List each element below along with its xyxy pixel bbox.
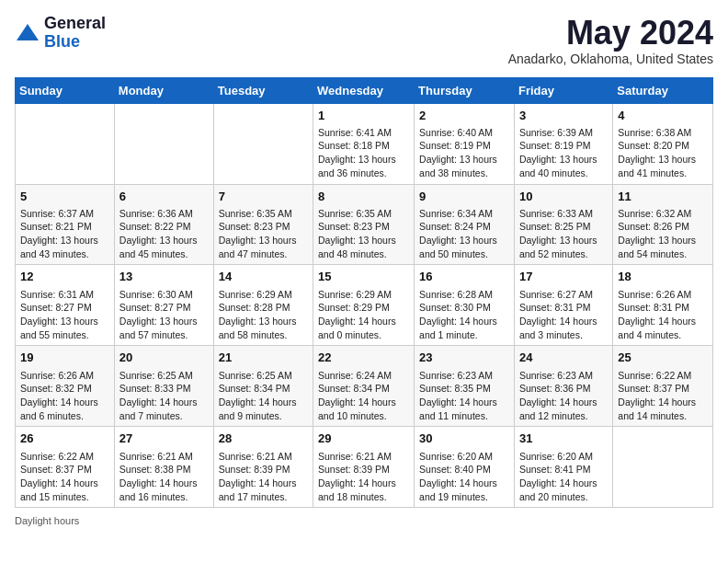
calendar-day-header: Thursday xyxy=(415,77,515,103)
day-detail: Sunrise: 6:31 AM Sunset: 8:27 PM Dayligh… xyxy=(20,289,98,340)
month-title: May 2024 xyxy=(508,15,713,52)
day-number: 3 xyxy=(519,108,608,124)
calendar-cell: 27Sunrise: 6:21 AM Sunset: 8:38 PM Dayli… xyxy=(114,427,213,508)
day-number: 18 xyxy=(618,269,708,285)
calendar-body: 1Sunrise: 6:41 AM Sunset: 8:18 PM Daylig… xyxy=(16,103,713,508)
day-detail: Sunrise: 6:23 AM Sunset: 8:35 PM Dayligh… xyxy=(419,370,497,421)
day-number: 7 xyxy=(219,189,308,205)
day-number: 31 xyxy=(519,431,608,447)
day-number: 2 xyxy=(419,108,509,124)
calendar-day-header: Tuesday xyxy=(213,77,313,103)
day-number: 8 xyxy=(318,189,409,205)
day-detail: Sunrise: 6:21 AM Sunset: 8:39 PM Dayligh… xyxy=(318,451,396,502)
day-detail: Sunrise: 6:41 AM Sunset: 8:18 PM Dayligh… xyxy=(318,127,396,178)
logo: General Blue xyxy=(15,15,106,52)
calendar-cell: 3Sunrise: 6:39 AM Sunset: 8:19 PM Daylig… xyxy=(514,103,612,184)
day-number: 21 xyxy=(219,350,308,366)
day-detail: Sunrise: 6:26 AM Sunset: 8:32 PM Dayligh… xyxy=(20,370,98,421)
calendar-cell: 21Sunrise: 6:25 AM Sunset: 8:34 PM Dayli… xyxy=(213,346,313,427)
day-number: 24 xyxy=(519,350,608,366)
day-number: 19 xyxy=(20,350,109,366)
day-number: 30 xyxy=(419,431,509,447)
calendar-day-header: Monday xyxy=(114,77,213,103)
logo-general: General xyxy=(44,15,106,33)
day-detail: Sunrise: 6:28 AM Sunset: 8:30 PM Dayligh… xyxy=(419,289,497,340)
calendar-cell: 5Sunrise: 6:37 AM Sunset: 8:21 PM Daylig… xyxy=(16,184,115,265)
day-number: 20 xyxy=(119,350,209,366)
calendar-cell: 16Sunrise: 6:28 AM Sunset: 8:30 PM Dayli… xyxy=(415,265,515,346)
calendar-cell: 1Sunrise: 6:41 AM Sunset: 8:18 PM Daylig… xyxy=(313,103,415,184)
day-detail: Sunrise: 6:32 AM Sunset: 8:26 PM Dayligh… xyxy=(618,208,696,259)
calendar-week-row: 1Sunrise: 6:41 AM Sunset: 8:18 PM Daylig… xyxy=(16,103,713,184)
calendar-week-row: 19Sunrise: 6:26 AM Sunset: 8:32 PM Dayli… xyxy=(16,346,713,427)
day-detail: Sunrise: 6:21 AM Sunset: 8:38 PM Dayligh… xyxy=(119,451,198,502)
day-detail: Sunrise: 6:22 AM Sunset: 8:37 PM Dayligh… xyxy=(618,370,696,421)
day-detail: Sunrise: 6:35 AM Sunset: 8:23 PM Dayligh… xyxy=(318,208,396,259)
calendar-day-header: Sunday xyxy=(16,77,115,103)
day-number: 22 xyxy=(318,350,409,366)
calendar-header-row: SundayMondayTuesdayWednesdayThursdayFrid… xyxy=(16,77,713,103)
calendar-cell: 24Sunrise: 6:23 AM Sunset: 8:36 PM Dayli… xyxy=(514,346,612,427)
day-number: 25 xyxy=(618,350,708,366)
day-detail: Sunrise: 6:25 AM Sunset: 8:34 PM Dayligh… xyxy=(219,370,297,421)
day-detail: Sunrise: 6:26 AM Sunset: 8:31 PM Dayligh… xyxy=(618,289,696,340)
day-detail: Sunrise: 6:37 AM Sunset: 8:21 PM Dayligh… xyxy=(20,208,98,259)
day-number: 6 xyxy=(119,189,209,205)
logo-text: General Blue xyxy=(44,15,106,52)
day-detail: Sunrise: 6:35 AM Sunset: 8:23 PM Dayligh… xyxy=(219,208,297,259)
day-detail: Sunrise: 6:20 AM Sunset: 8:40 PM Dayligh… xyxy=(419,451,497,502)
day-detail: Sunrise: 6:38 AM Sunset: 8:20 PM Dayligh… xyxy=(618,127,696,178)
day-detail: Sunrise: 6:33 AM Sunset: 8:25 PM Dayligh… xyxy=(519,208,597,259)
day-number: 5 xyxy=(20,189,109,205)
calendar-cell: 19Sunrise: 6:26 AM Sunset: 8:32 PM Dayli… xyxy=(16,346,115,427)
calendar-table: SundayMondayTuesdayWednesdayThursdayFrid… xyxy=(15,77,713,509)
day-detail: Sunrise: 6:29 AM Sunset: 8:29 PM Dayligh… xyxy=(318,289,396,340)
day-number: 29 xyxy=(318,431,409,447)
calendar-cell: 2Sunrise: 6:40 AM Sunset: 8:19 PM Daylig… xyxy=(415,103,515,184)
calendar-cell: 28Sunrise: 6:21 AM Sunset: 8:39 PM Dayli… xyxy=(213,427,313,508)
day-detail: Sunrise: 6:36 AM Sunset: 8:22 PM Dayligh… xyxy=(119,208,198,259)
day-detail: Sunrise: 6:40 AM Sunset: 8:19 PM Dayligh… xyxy=(419,127,497,178)
day-number: 16 xyxy=(419,269,509,285)
calendar-cell: 11Sunrise: 6:32 AM Sunset: 8:26 PM Dayli… xyxy=(613,184,713,265)
calendar-cell: 12Sunrise: 6:31 AM Sunset: 8:27 PM Dayli… xyxy=(16,265,115,346)
day-number: 1 xyxy=(318,108,409,124)
calendar-cell xyxy=(114,103,213,184)
calendar-cell: 18Sunrise: 6:26 AM Sunset: 8:31 PM Dayli… xyxy=(613,265,713,346)
day-number: 10 xyxy=(519,189,608,205)
day-number: 23 xyxy=(419,350,509,366)
calendar-cell: 9Sunrise: 6:34 AM Sunset: 8:24 PM Daylig… xyxy=(415,184,515,265)
calendar-cell: 13Sunrise: 6:30 AM Sunset: 8:27 PM Dayli… xyxy=(114,265,213,346)
calendar-week-row: 26Sunrise: 6:22 AM Sunset: 8:37 PM Dayli… xyxy=(16,427,713,508)
day-detail: Sunrise: 6:39 AM Sunset: 8:19 PM Dayligh… xyxy=(519,127,597,178)
calendar-cell: 31Sunrise: 6:20 AM Sunset: 8:41 PM Dayli… xyxy=(514,427,612,508)
day-number: 17 xyxy=(519,269,608,285)
calendar-cell: 4Sunrise: 6:38 AM Sunset: 8:20 PM Daylig… xyxy=(613,103,713,184)
calendar-cell: 6Sunrise: 6:36 AM Sunset: 8:22 PM Daylig… xyxy=(114,184,213,265)
calendar-cell: 25Sunrise: 6:22 AM Sunset: 8:37 PM Dayli… xyxy=(613,346,713,427)
calendar-cell: 7Sunrise: 6:35 AM Sunset: 8:23 PM Daylig… xyxy=(213,184,313,265)
title-area: May 2024 Anadarko, Oklahoma, United Stat… xyxy=(508,15,713,66)
calendar-cell: 26Sunrise: 6:22 AM Sunset: 8:37 PM Dayli… xyxy=(16,427,115,508)
day-detail: Sunrise: 6:20 AM Sunset: 8:41 PM Dayligh… xyxy=(519,451,597,502)
svg-marker-0 xyxy=(17,24,39,40)
day-number: 4 xyxy=(618,108,708,124)
calendar-cell xyxy=(16,103,115,184)
calendar-day-header: Saturday xyxy=(613,77,713,103)
day-number: 14 xyxy=(219,269,308,285)
day-number: 13 xyxy=(119,269,209,285)
calendar-cell: 23Sunrise: 6:23 AM Sunset: 8:35 PM Dayli… xyxy=(415,346,515,427)
calendar-cell xyxy=(613,427,713,508)
calendar-cell: 29Sunrise: 6:21 AM Sunset: 8:39 PM Dayli… xyxy=(313,427,415,508)
calendar-week-row: 12Sunrise: 6:31 AM Sunset: 8:27 PM Dayli… xyxy=(16,265,713,346)
calendar-cell: 10Sunrise: 6:33 AM Sunset: 8:25 PM Dayli… xyxy=(514,184,612,265)
calendar-cell: 15Sunrise: 6:29 AM Sunset: 8:29 PM Dayli… xyxy=(313,265,415,346)
day-detail: Sunrise: 6:24 AM Sunset: 8:34 PM Dayligh… xyxy=(318,370,396,421)
day-number: 26 xyxy=(20,431,109,447)
calendar-cell: 14Sunrise: 6:29 AM Sunset: 8:28 PM Dayli… xyxy=(213,265,313,346)
calendar-cell: 22Sunrise: 6:24 AM Sunset: 8:34 PM Dayli… xyxy=(313,346,415,427)
day-number: 11 xyxy=(618,189,708,205)
calendar-cell: 30Sunrise: 6:20 AM Sunset: 8:40 PM Dayli… xyxy=(415,427,515,508)
day-detail: Sunrise: 6:30 AM Sunset: 8:27 PM Dayligh… xyxy=(119,289,198,340)
calendar-week-row: 5Sunrise: 6:37 AM Sunset: 8:21 PM Daylig… xyxy=(16,184,713,265)
